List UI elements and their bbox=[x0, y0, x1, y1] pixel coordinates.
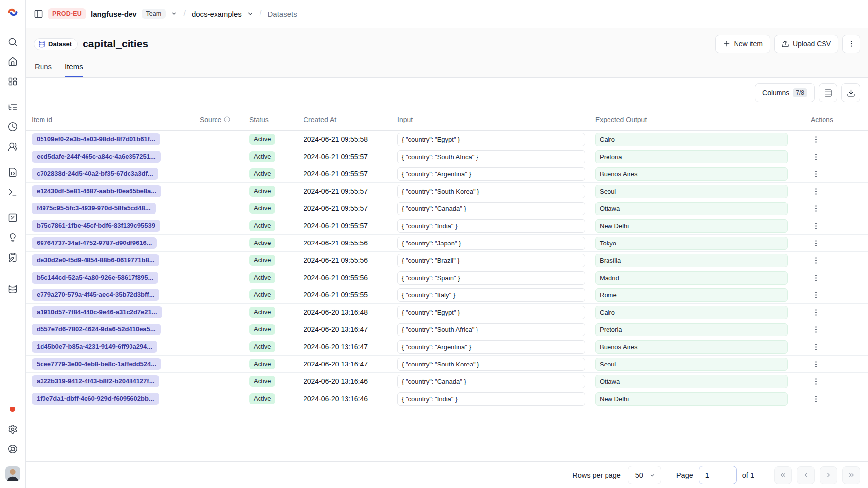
expected-output-box[interactable]: Rome bbox=[595, 288, 788, 302]
item-id-pill[interactable]: 1f0e7da1-dbff-4e60-929d-f6095602bb... bbox=[32, 393, 159, 405]
expected-output-box[interactable]: Cairo bbox=[595, 306, 788, 319]
first-page-button[interactable] bbox=[774, 466, 792, 484]
item-id-pill[interactable]: b75c7861-1fbe-45cf-bdf6-83f139c95539 bbox=[32, 220, 160, 232]
rows-per-page-select[interactable]: 50 bbox=[628, 466, 661, 484]
expected-output-box[interactable]: New Delhi bbox=[595, 219, 788, 233]
expected-output-box[interactable]: Pretoria bbox=[595, 323, 788, 336]
breadcrumb-project[interactable]: docs-examples bbox=[192, 10, 242, 18]
project-chevron-down-icon[interactable] bbox=[247, 10, 254, 17]
annotation-icon[interactable] bbox=[4, 249, 21, 266]
user-avatar[interactable] bbox=[5, 466, 20, 481]
input-cell-box[interactable]: { "country": "South Africa" } bbox=[397, 150, 585, 163]
input-cell-box[interactable]: { "country": "Canada" } bbox=[397, 202, 585, 215]
expected-output-box[interactable]: Madrid bbox=[595, 271, 788, 285]
new-item-button[interactable]: New item bbox=[715, 35, 770, 53]
row-actions-button[interactable] bbox=[809, 392, 823, 406]
users-icon[interactable] bbox=[4, 138, 21, 155]
row-actions-button[interactable] bbox=[809, 236, 823, 250]
item-id-pill[interactable]: 5cee7779-3e00-4eb8-be8c-1affedd524... bbox=[32, 358, 161, 370]
input-cell-box[interactable]: { "country": "India" } bbox=[397, 392, 585, 406]
columns-button[interactable]: Columns 7/8 bbox=[755, 83, 815, 102]
expected-output-box[interactable]: Pretoria bbox=[595, 150, 788, 163]
expected-output-box[interactable]: New Delhi bbox=[595, 392, 788, 406]
row-actions-button[interactable] bbox=[809, 219, 823, 233]
expected-output-box[interactable]: Ottawa bbox=[595, 375, 788, 388]
item-id-pill[interactable]: 1d45b0e7-b85a-4231-9149-6ff90a294... bbox=[32, 341, 157, 353]
last-page-button[interactable] bbox=[842, 466, 860, 484]
input-cell-box[interactable]: { "country": "Egypt" } bbox=[397, 133, 585, 146]
org-chevron-down-icon[interactable] bbox=[171, 10, 177, 17]
sessions-icon[interactable] bbox=[4, 119, 21, 135]
insights-icon[interactable] bbox=[4, 229, 21, 246]
item-id-pill[interactable]: e12430df-5e81-4687-aabb-f0ea65be8a... bbox=[32, 185, 161, 198]
item-id-pill[interactable]: 05109ef0-2e3b-4e03-98dd-8f7d01b61f... bbox=[32, 133, 160, 146]
evaluation-icon[interactable] bbox=[4, 209, 21, 226]
item-id-pill[interactable]: d557e7d6-7802-4624-9da6-52d410ea5... bbox=[32, 324, 161, 336]
row-actions-button[interactable] bbox=[809, 323, 823, 336]
row-actions-button[interactable] bbox=[809, 357, 823, 371]
record-dot[interactable] bbox=[10, 407, 15, 412]
input-cell-box[interactable]: { "country": "India" } bbox=[397, 219, 585, 233]
item-id-pill[interactable]: a322b319-9412-4f43-b8f2-b20484127f... bbox=[32, 375, 159, 388]
input-cell-box[interactable]: { "country": "Argentina" } bbox=[397, 167, 585, 181]
input-cell-box[interactable]: { "country": "Italy" } bbox=[397, 288, 585, 302]
export-button[interactable] bbox=[841, 83, 860, 102]
expected-output-box[interactable]: Buenos Aires bbox=[595, 340, 788, 354]
input-cell-box[interactable]: { "country": "South Korea" } bbox=[397, 358, 585, 371]
row-actions-button[interactable] bbox=[809, 150, 823, 163]
breadcrumb-section[interactable]: Datasets bbox=[268, 10, 297, 18]
expected-output-box[interactable]: Ottawa bbox=[595, 202, 788, 215]
row-height-button[interactable] bbox=[819, 83, 837, 102]
expected-output-box[interactable]: Cairo bbox=[595, 133, 788, 146]
input-cell-box[interactable]: { "country": "Spain" } bbox=[397, 271, 585, 285]
support-icon[interactable] bbox=[4, 441, 21, 457]
input-cell-box[interactable]: { "country": "Canada" } bbox=[397, 375, 585, 388]
item-id-pill[interactable]: f4975c95-5fc3-4939-970d-58fa5cd48... bbox=[32, 203, 156, 215]
upload-csv-button[interactable]: Upload CSV bbox=[774, 35, 838, 53]
input-cell-box[interactable]: { "country": "South Africa" } bbox=[397, 323, 585, 336]
row-actions-button[interactable] bbox=[809, 374, 823, 388]
dataset-more-actions-button[interactable] bbox=[842, 35, 860, 53]
langfuse-logo-icon[interactable] bbox=[6, 6, 19, 19]
tab-runs[interactable]: Runs bbox=[35, 62, 52, 77]
home-icon[interactable] bbox=[4, 53, 21, 70]
expected-output-box[interactable]: Seoul bbox=[595, 358, 788, 371]
expected-output-box[interactable]: Buenos Aires bbox=[595, 167, 788, 181]
row-actions-button[interactable] bbox=[809, 253, 823, 267]
row-actions-button[interactable] bbox=[809, 132, 823, 146]
row-actions-button[interactable] bbox=[809, 184, 823, 198]
expected-output-box[interactable]: Tokyo bbox=[595, 237, 788, 250]
item-id-pill[interactable]: de30d2e0-f5d9-4854-88b6-0619771b8... bbox=[32, 254, 159, 267]
page-number-input[interactable] bbox=[699, 466, 737, 484]
input-cell-box[interactable]: { "country": "Argentina" } bbox=[397, 340, 585, 354]
item-id-pill[interactable]: e779a270-579a-4f45-aec4-35b72d3bff... bbox=[32, 289, 159, 301]
input-cell-box[interactable]: { "country": "Brazil" } bbox=[397, 254, 585, 267]
item-id-pill[interactable]: b5c144cd-52a5-4a80-926e-58617f895... bbox=[32, 272, 158, 284]
tracing-icon[interactable] bbox=[4, 99, 21, 116]
breadcrumb-org[interactable]: langfuse-dev bbox=[91, 10, 137, 18]
item-id-pill[interactable]: a1910d57-7f84-440c-9e46-a31c2d7e21... bbox=[32, 306, 162, 319]
sidebar-toggle-icon[interactable] bbox=[34, 9, 43, 19]
search-icon[interactable] bbox=[4, 34, 21, 50]
dashboard-icon[interactable] bbox=[4, 73, 21, 90]
expected-output-box[interactable]: Seoul bbox=[595, 185, 788, 198]
row-actions-button[interactable] bbox=[809, 340, 823, 354]
input-cell-box[interactable]: { "country": "Japan" } bbox=[397, 237, 585, 250]
input-cell-box[interactable]: { "country": "South Korea" } bbox=[397, 185, 585, 198]
row-actions-button[interactable] bbox=[809, 271, 823, 285]
row-actions-button[interactable] bbox=[809, 288, 823, 302]
next-page-button[interactable] bbox=[820, 466, 837, 484]
previous-page-button[interactable] bbox=[797, 466, 815, 484]
datasets-icon[interactable] bbox=[4, 281, 21, 297]
row-actions-button[interactable] bbox=[809, 202, 823, 215]
item-id-pill[interactable]: c702838d-24d5-40a2-bf35-67dc3a3df... bbox=[32, 168, 158, 180]
prompts-icon[interactable] bbox=[4, 164, 21, 181]
tab-items[interactable]: Items bbox=[65, 62, 83, 77]
item-id-pill[interactable]: 69764737-34af-4752-9787-d90df9616... bbox=[32, 237, 157, 249]
settings-icon[interactable] bbox=[4, 421, 21, 438]
playground-icon[interactable] bbox=[4, 184, 21, 201]
expected-output-box[interactable]: Brasília bbox=[595, 254, 788, 267]
input-cell-box[interactable]: { "country": "Egypt" } bbox=[397, 306, 585, 319]
row-actions-button[interactable] bbox=[809, 167, 823, 181]
row-actions-button[interactable] bbox=[809, 305, 823, 319]
